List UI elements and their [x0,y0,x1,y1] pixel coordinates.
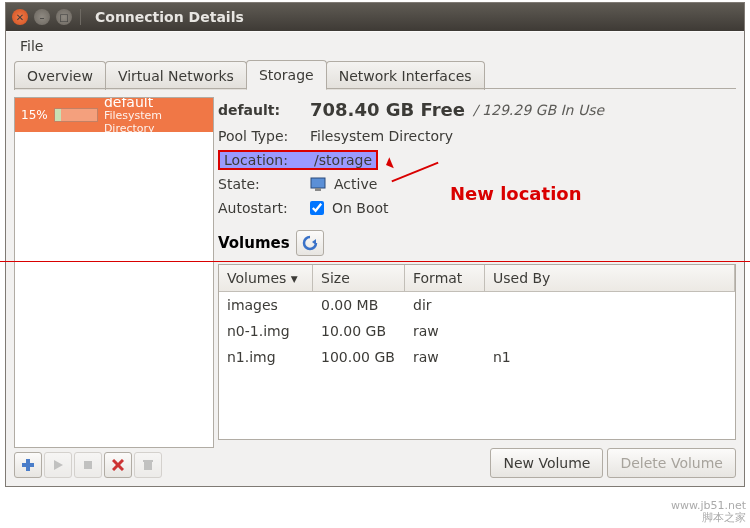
state-label: State: [218,176,302,192]
close-icon[interactable]: ✕ [12,9,28,25]
pooltype-label: Pool Type: [218,128,302,144]
delete-pool-button[interactable] [104,452,132,478]
tab-virtual-networks[interactable]: Virtual Networks [105,61,247,90]
table-row[interactable]: n1.img 100.00 GB raw n1 [219,344,735,370]
tabs: Overview Virtual Networks Storage Networ… [6,59,744,89]
x-icon [112,459,124,471]
svg-marker-10 [312,239,316,245]
refresh-icon [302,235,318,251]
volumes-label: Volumes [218,234,290,252]
pool-item-default[interactable]: 15% default Filesystem Directory [15,98,213,132]
pool-list[interactable]: 15% default Filesystem Directory [14,97,214,448]
col-usedby[interactable]: Used By [485,265,735,292]
start-pool-button[interactable] [44,452,72,478]
svg-rect-9 [315,188,321,191]
arrow-icon [378,157,394,173]
tab-overview[interactable]: Overview [14,61,106,90]
location-label: Location: [224,152,306,168]
separator [80,9,81,25]
window-title: Connection Details [95,9,244,25]
titlebar: ✕ – □ Connection Details [6,3,744,31]
svg-rect-1 [22,463,34,467]
svg-marker-2 [54,460,63,470]
col-volumes[interactable]: Volumes ▼ [219,265,313,292]
state-value: Active [334,176,377,192]
location-row: Location: /storage [218,150,378,170]
svg-rect-8 [311,178,325,188]
volumes-table: Volumes ▼ Size Format Used By images 0.0… [218,264,736,440]
minimize-icon[interactable]: – [34,9,50,25]
annotation-hline [0,261,750,262]
pool-usage-bar [54,108,98,122]
menu-file[interactable]: File [12,34,51,58]
col-format[interactable]: Format [405,265,485,292]
tab-network-interfaces[interactable]: Network Interfaces [326,61,485,90]
table-row[interactable]: images 0.00 MB dir [219,292,735,318]
watermark: www.jb51.net 脚本之家 [671,500,746,524]
stop-icon [82,459,94,471]
trash-pool-button[interactable] [134,452,162,478]
stop-pool-button[interactable] [74,452,102,478]
play-icon [52,459,64,471]
new-volume-button[interactable]: New Volume [490,448,603,478]
autostart-checkbox[interactable] [310,201,324,215]
tab-storage[interactable]: Storage [246,60,327,90]
pool-name: default [104,97,207,109]
plus-icon [21,458,35,472]
svg-rect-6 [144,462,152,470]
pool-inuse: / 129.29 GB In Use [473,102,604,118]
pool-free: 708.40 GB Free [310,99,465,120]
refresh-button[interactable] [296,230,324,256]
table-row[interactable]: n0-1.img 10.00 GB raw [219,318,735,344]
trash-icon [142,459,154,471]
maximize-icon[interactable]: □ [56,9,72,25]
pool-subtype: Filesystem Directory [104,109,207,135]
autostart-value: On Boot [332,200,389,216]
sort-desc-icon: ▼ [291,274,298,284]
autostart-label: Autostart: [218,200,302,216]
svg-rect-7 [143,460,153,462]
pool-usage-pct: 15% [21,108,48,122]
pool-name-label: default: [218,102,302,118]
col-size[interactable]: Size [313,265,405,292]
add-pool-button[interactable] [14,452,42,478]
location-value: /storage [314,152,372,168]
monitor-icon [310,177,326,191]
delete-volume-button[interactable]: Delete Volume [607,448,736,478]
svg-rect-3 [84,461,92,469]
menubar: File [6,31,744,59]
annotation-new-location: New location [450,183,581,204]
pooltype-value: Filesystem Directory [310,128,453,144]
